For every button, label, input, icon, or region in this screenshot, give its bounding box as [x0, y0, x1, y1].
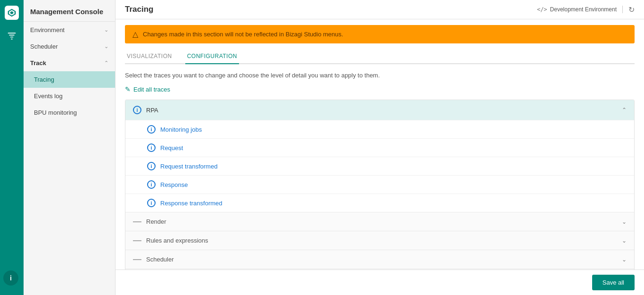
sidebar-item-tracing-label: Tracing	[34, 76, 54, 83]
sidebar-item-tracing[interactable]: Tracing	[24, 71, 115, 88]
trace-group-scheduler: Scheduler ⌄	[125, 250, 634, 269]
trace-list: i RPA ⌃ i Monitoring jobs i Request	[125, 100, 635, 270]
chevron-up-icon: ⌃	[104, 60, 108, 66]
footer: Save all	[116, 270, 644, 295]
warning-banner: △ Changes made in this section will not …	[125, 25, 635, 43]
pencil-icon: ✎	[125, 85, 131, 93]
trace-group-rules: Rules and expressions ⌄	[125, 231, 634, 250]
tab-visualization[interactable]: VISUALIZATION	[125, 49, 174, 64]
sidebar-title: Management Console	[24, 0, 115, 22]
response-label: Response	[160, 181, 188, 188]
sidebar-item-track-label: Track	[30, 59, 46, 67]
render-expand-icon: ⌄	[622, 219, 627, 225]
tabs-bar: VISUALIZATION CONFIGURATION	[125, 49, 635, 64]
trace-group-render-name: Render	[146, 218, 166, 225]
filter-icon[interactable]	[3, 27, 20, 44]
chevron-down-icon: ⌄	[104, 27, 108, 33]
rules-expand-icon: ⌄	[622, 237, 627, 244]
main-header: Tracing </> Development Environment ↻	[116, 0, 644, 19]
content-description: Select the traces you want to change and…	[125, 72, 635, 79]
scheduler-expand-icon: ⌄	[622, 256, 627, 263]
sidebar-item-track[interactable]: Track ⌃	[24, 55, 115, 71]
page-title: Tracing	[125, 5, 153, 14]
request-transformed-label: Request transformed	[160, 163, 217, 170]
request-icon: i	[147, 143, 156, 152]
refresh-icon[interactable]: ↻	[628, 5, 635, 14]
warning-icon: △	[132, 30, 138, 39]
trace-group-rules-header[interactable]: Rules and expressions ⌄	[125, 231, 634, 250]
app-logo	[5, 6, 19, 20]
list-item: i Request transformed	[125, 157, 634, 175]
rpa-info-icon: i	[133, 106, 141, 114]
info-icon[interactable]: i	[3, 270, 18, 286]
request-label: Request	[160, 144, 183, 152]
request-transformed-icon: i	[147, 162, 156, 170]
response-icon: i	[147, 180, 156, 189]
list-item: i Monitoring jobs	[125, 120, 634, 138]
rpa-trace-items: i Monitoring jobs i Request i Request tr…	[125, 120, 634, 212]
trace-group-rules-name: Rules and expressions	[146, 237, 208, 244]
list-item: i Request	[125, 138, 634, 157]
trace-group-rpa-left: i RPA	[133, 106, 158, 114]
sidebar-nav: Environment ⌄ Scheduler ⌄ Track ⌃ Tracin…	[24, 22, 115, 121]
trace-group-rpa-header[interactable]: i RPA ⌃	[125, 100, 634, 120]
monitoring-jobs-label: Monitoring jobs	[160, 126, 202, 133]
trace-group-scheduler-name: Scheduler	[146, 256, 174, 263]
trace-group-render: Render ⌄	[125, 212, 634, 231]
header-right: </> Development Environment ↻	[537, 5, 635, 14]
sidebar-item-bpu-monitoring-label: BPU monitoring	[34, 109, 77, 116]
icon-bar: i	[0, 0, 24, 295]
save-all-button[interactable]: Save all	[592, 275, 635, 290]
dev-environment-label: </> Development Environment	[537, 6, 617, 13]
rpa-collapse-icon: ⌃	[622, 107, 627, 113]
tab-configuration[interactable]: CONFIGURATION	[185, 49, 239, 64]
sidebar-item-environment-label: Environment	[30, 26, 65, 34]
sidebar: Management Console Environment ⌄ Schedul…	[24, 0, 116, 295]
trace-group-render-left: Render	[133, 218, 166, 225]
sidebar-item-events-log[interactable]: Events log	[24, 88, 115, 104]
content-area: Select the traces you want to change and…	[116, 64, 644, 270]
code-icon: </>	[537, 6, 547, 13]
main-content: Tracing </> Development Environment ↻ △ …	[116, 0, 644, 295]
scheduler-dash-icon	[133, 259, 141, 260]
trace-group-render-header[interactable]: Render ⌄	[125, 212, 634, 231]
sidebar-item-environment[interactable]: Environment ⌄	[24, 22, 115, 38]
trace-group-scheduler-left: Scheduler	[133, 256, 174, 263]
edit-all-traces-link[interactable]: ✎ Edit all traces	[125, 85, 635, 93]
sidebar-item-scheduler-label: Scheduler	[30, 43, 58, 50]
list-item: i Response transformed	[125, 194, 634, 212]
response-transformed-icon: i	[147, 199, 156, 207]
render-dash-icon	[133, 221, 141, 222]
trace-group-rpa: i RPA ⌃ i Monitoring jobs i Request	[125, 100, 634, 212]
warning-text: Changes made in this section will not be…	[143, 31, 343, 38]
trace-group-scheduler-header[interactable]: Scheduler ⌄	[125, 250, 634, 269]
sidebar-item-bpu-monitoring[interactable]: BPU monitoring	[24, 104, 115, 121]
trace-group-rpa-name: RPA	[146, 107, 158, 114]
sidebar-item-scheduler[interactable]: Scheduler ⌄	[24, 38, 115, 55]
list-item: i Response	[125, 175, 634, 194]
header-divider	[622, 6, 623, 13]
rules-dash-icon	[133, 240, 141, 241]
chevron-down-icon: ⌄	[104, 43, 108, 50]
response-transformed-label: Response transformed	[160, 200, 223, 207]
sidebar-item-events-log-label: Events log	[34, 93, 63, 100]
monitoring-jobs-icon: i	[147, 125, 156, 134]
trace-group-rules-left: Rules and expressions	[133, 237, 208, 244]
